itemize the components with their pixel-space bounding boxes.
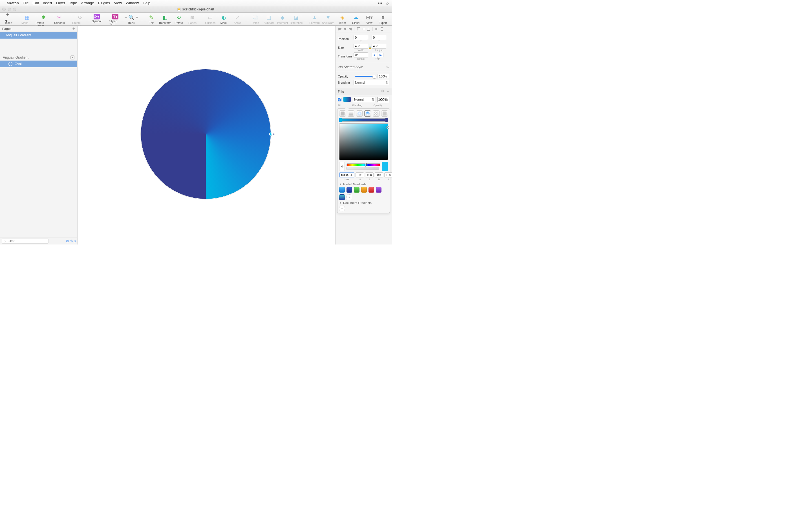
distribute-v-icon[interactable]	[379, 27, 384, 31]
align-hcenter-icon[interactable]	[343, 27, 347, 31]
tool-transform[interactable]: ◧ Transform	[158, 14, 172, 24]
gradient-stop-start[interactable]	[339, 118, 342, 122]
gradient-swatch[interactable]	[376, 187, 382, 193]
layer-filter-input[interactable]	[2, 238, 49, 244]
align-vcenter-icon[interactable]	[361, 27, 366, 31]
canvas[interactable]	[78, 25, 335, 244]
footer-overlap-icon[interactable]: ⧉	[66, 239, 68, 243]
distribute-h-icon[interactable]	[374, 27, 379, 31]
traffic-lights[interactable]	[2, 8, 16, 11]
h-input[interactable]	[356, 172, 364, 177]
tool-union[interactable]: ⿻ Union	[249, 14, 262, 24]
gradient-swatch[interactable]	[354, 187, 359, 193]
fill-type-angular[interactable]	[364, 110, 371, 117]
a-input[interactable]	[384, 172, 392, 177]
tool-styled-text[interactable]: T▾ Styled Text	[108, 14, 123, 26]
hex-input[interactable]	[339, 172, 354, 177]
page-item[interactable]: Angualr Gradient	[0, 32, 77, 39]
position-x-input[interactable]	[354, 35, 368, 40]
add-page-button[interactable]: +	[72, 26, 75, 31]
alpha-slider[interactable]	[347, 167, 380, 170]
fill-opacity-input[interactable]	[377, 97, 389, 102]
tool-scale[interactable]: ⤢ Scale	[231, 14, 244, 24]
tool-export[interactable]: ⇪ Export	[376, 14, 389, 24]
tool-flatten[interactable]: ≋ Flatten	[186, 14, 199, 24]
gradient-swatch[interactable]	[361, 187, 367, 193]
fill-swatch[interactable]	[343, 97, 351, 102]
app-menu[interactable]: Sketch	[7, 1, 19, 5]
menu-window[interactable]: Window	[126, 1, 139, 5]
b-input[interactable]	[375, 172, 383, 177]
menu-file[interactable]: File	[23, 1, 29, 5]
menu-edit[interactable]: Edit	[33, 1, 39, 5]
fills-settings-icon[interactable]: ⚙	[381, 89, 384, 94]
traffic-zoom[interactable]	[13, 8, 16, 11]
align-bottom-icon[interactable]	[366, 27, 371, 31]
menu-plugins[interactable]: Plugins	[98, 1, 110, 5]
tool-mask[interactable]: ◐ Mask	[217, 14, 231, 24]
width-input[interactable]	[354, 44, 368, 49]
fill-type-radial[interactable]	[356, 110, 363, 117]
traffic-close[interactable]	[2, 8, 6, 11]
tool-mirror[interactable]: ◈ Mirror	[336, 14, 349, 24]
add-document-gradient[interactable]: ＋	[339, 206, 345, 211]
fill-type-noise[interactable]	[381, 110, 388, 117]
eyedropper-button[interactable]: ✢	[339, 162, 345, 171]
position-y-input[interactable]	[371, 35, 386, 40]
collapse-icon[interactable]: ▴	[70, 55, 74, 59]
menu-layer[interactable]: Layer	[56, 1, 65, 5]
gradient-swatch[interactable]	[339, 194, 345, 200]
blending-select[interactable]: Normal⇅	[354, 80, 389, 86]
fill-type-linear[interactable]	[348, 110, 354, 117]
gradient-swatch[interactable]	[368, 187, 374, 193]
fill-blend-select[interactable]: Normal⇅	[353, 97, 376, 102]
hue-slider[interactable]	[347, 163, 380, 166]
gradient-bar[interactable]	[339, 118, 388, 122]
zoom-icon[interactable]: 🔍	[129, 14, 134, 21]
gradient-handle-end[interactable]	[273, 133, 274, 135]
fill-type-pattern[interactable]	[373, 110, 379, 117]
gradient-swatch[interactable]	[339, 187, 345, 193]
traffic-minimize[interactable]	[8, 8, 11, 11]
sb-cursor[interactable]	[387, 126, 389, 129]
alpha-cursor[interactable]	[378, 167, 380, 170]
tool-forward[interactable]: ▲ Forward	[308, 14, 321, 24]
menu-view[interactable]: View	[114, 1, 122, 5]
artboard-header[interactable]: Angualr Gradient ▴	[0, 54, 77, 61]
footer-edits-count[interactable]: ✎0	[70, 239, 75, 243]
opacity-slider[interactable]	[355, 76, 376, 77]
global-gradients-header[interactable]: ▼ Global Gradients	[339, 182, 388, 186]
tool-rotate[interactable]: ⟲ Rotate	[172, 14, 185, 24]
align-top-icon[interactable]	[356, 27, 361, 31]
oval-shape[interactable]	[141, 69, 271, 199]
tool-subtract[interactable]: ◫ Subtract	[262, 14, 275, 24]
opacity-input[interactable]	[377, 74, 389, 79]
menu-help[interactable]: Help	[143, 1, 150, 5]
s-input[interactable]	[365, 172, 373, 177]
gradient-stop-end[interactable]	[385, 118, 388, 122]
flip-h-button[interactable]: ▲	[371, 53, 377, 57]
menu-insert[interactable]: Insert	[43, 1, 52, 5]
layer-item-oval[interactable]: Oval	[0, 61, 77, 67]
fill-enabled-checkbox[interactable]	[338, 98, 342, 101]
add-global-gradient[interactable]: ＋	[347, 194, 352, 200]
document-gradients-header[interactable]: ▼ Document Gradients	[339, 201, 388, 205]
gradient-handle-start[interactable]	[269, 133, 272, 135]
tool-edit[interactable]: ✎ Edit	[145, 14, 158, 24]
tool-insert[interactable]: ＋▾ Insert	[2, 14, 15, 24]
tool-intersect[interactable]: ◆ Intersect	[276, 14, 289, 24]
height-input[interactable]	[371, 44, 386, 49]
tool-view[interactable]: ⊞▾ View	[363, 14, 376, 24]
menu-type[interactable]: Type	[69, 1, 77, 5]
align-right-icon[interactable]	[348, 27, 352, 31]
align-left-icon[interactable]: 󠀠	[338, 27, 342, 31]
shared-style-dropdown[interactable]: No Shared Style ⇅	[336, 63, 392, 71]
tool-scissors[interactable]: ✂ Scissors	[53, 14, 66, 24]
rotate-input[interactable]	[354, 52, 368, 57]
hue-cursor[interactable]	[365, 163, 366, 166]
menu-arrange[interactable]: Arrange	[81, 1, 94, 5]
gradient-swatch[interactable]	[347, 187, 352, 193]
tool-zoom[interactable]: − 🔍 + 100%	[123, 14, 140, 24]
tool-backward[interactable]: ▼ Backward	[322, 14, 335, 24]
zoom-out-icon[interactable]: −	[123, 14, 128, 21]
